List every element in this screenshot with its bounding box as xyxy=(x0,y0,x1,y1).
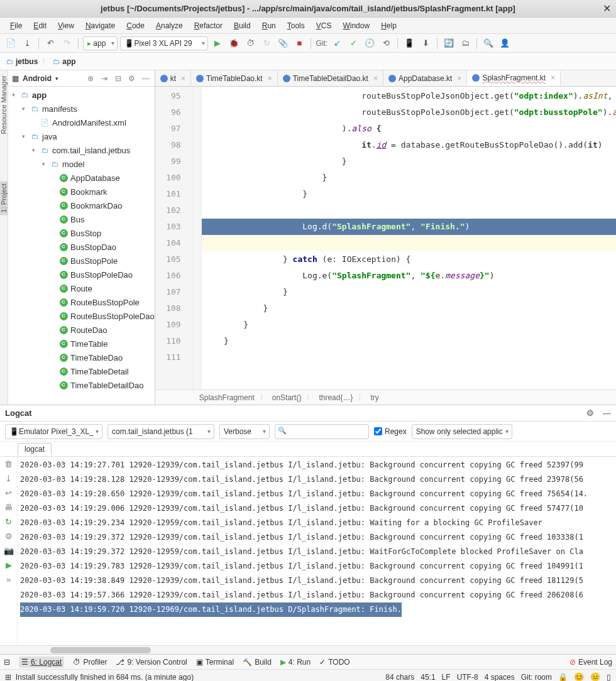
editor-tab[interactable]: TimeTableDetailDao.kt× xyxy=(278,70,383,87)
tab-event-log[interactable]: ⊘ Event Log xyxy=(569,658,612,667)
regex-checkbox[interactable]: Regex xyxy=(374,427,407,436)
status-branch[interactable]: Git: room xyxy=(521,673,552,682)
sdk-icon[interactable]: ⬇ xyxy=(419,36,432,50)
vcs-update-icon[interactable]: ↙ xyxy=(330,36,344,50)
status-indent[interactable]: 4 spaces xyxy=(485,673,515,682)
tree-row[interactable]: 📄AndroidManifest.xml xyxy=(8,116,155,129)
soft-wrap-icon[interactable]: ↩ xyxy=(5,488,12,498)
editor-tab[interactable]: AppDatabase.kt× xyxy=(383,70,467,87)
tab-logcat[interactable]: ☰ 6: Logcat xyxy=(19,656,64,668)
tab-vcs[interactable]: ⎇ 9: Version Control xyxy=(116,658,187,667)
menu-help[interactable]: Help xyxy=(376,20,402,31)
scroll-end-icon[interactable]: ⤓ xyxy=(5,474,12,483)
collapse-icon[interactable]: ⊟ xyxy=(4,658,10,667)
module-selector[interactable]: ▸ app xyxy=(83,36,118,50)
expand-icon[interactable]: ⇥ xyxy=(99,74,109,84)
tree-row[interactable]: RouteDao xyxy=(8,323,155,337)
gear-icon[interactable]: ⚙ xyxy=(127,74,137,84)
lock-icon[interactable]: 🔒 xyxy=(558,673,568,682)
profile-icon[interactable]: ⏱ xyxy=(243,36,257,50)
status-le[interactable]: LF xyxy=(442,673,451,682)
print-icon[interactable]: 🖶 xyxy=(4,503,13,512)
undo-icon[interactable]: ↶ xyxy=(43,36,57,50)
avd-icon[interactable]: 📱 xyxy=(402,36,416,50)
rail-resource-manager[interactable]: Resource Manager xyxy=(0,73,8,137)
vcs-history-icon[interactable]: 🕘 xyxy=(363,36,377,50)
screenshot-icon[interactable]: 📷 xyxy=(4,546,14,555)
tree-row[interactable]: Route xyxy=(8,281,155,295)
tab-profiler[interactable]: ⏱ Profiler xyxy=(73,658,107,667)
filter-select[interactable]: Show only selected applic xyxy=(412,424,512,439)
tree-row[interactable]: RouteBusStopPoleDao xyxy=(8,309,155,323)
tree-row[interactable]: ▾🗀model xyxy=(8,157,155,171)
tree-row[interactable]: ▾🗀java xyxy=(8,129,155,143)
menu-view[interactable]: View xyxy=(53,20,79,31)
editor-tab[interactable]: TimeTableDao.kt× xyxy=(191,70,278,87)
menu-vcs[interactable]: VCS xyxy=(311,20,337,31)
log-output[interactable]: 2020-03-03 14:19:27.701 12920-12939/com.… xyxy=(18,457,616,645)
menu-build[interactable]: Build xyxy=(229,20,256,31)
restart-icon[interactable]: ↻ xyxy=(5,517,12,526)
settings-icon[interactable]: ⚙ xyxy=(5,531,13,541)
tree-row[interactable]: TimeTableDetail xyxy=(8,364,155,378)
tree-row[interactable]: TimeTable xyxy=(8,337,155,351)
meter-icon[interactable]: ▯ xyxy=(607,673,611,682)
open-icon[interactable]: 📄 xyxy=(4,36,18,50)
process-select[interactable]: com.tail_island.jetbus (1 xyxy=(107,424,214,439)
vcs-commit-icon[interactable]: ✓ xyxy=(346,36,360,50)
menu-refactor[interactable]: Refactor xyxy=(189,20,228,31)
menu-edit[interactable]: Edit xyxy=(28,20,52,31)
debug-icon[interactable]: 🐞 xyxy=(227,36,241,50)
logcat-settings-icon[interactable]: ⚙ xyxy=(586,408,594,418)
vcs-revert-icon[interactable]: ⟲ xyxy=(379,36,393,50)
user-icon[interactable]: 👤 xyxy=(498,36,512,50)
tree-row[interactable]: ▾🗀app xyxy=(8,88,155,102)
log-scrollbar[interactable] xyxy=(0,645,616,654)
editor-tab[interactable]: kt× xyxy=(155,70,191,87)
trash-icon[interactable]: 🗑 xyxy=(4,459,13,469)
menu-tools[interactable]: Tools xyxy=(282,20,310,31)
close-icon[interactable]: ✕ xyxy=(603,3,611,14)
code-area[interactable]: routeBusStopPoleJsonObject.get("odpt:ind… xyxy=(202,87,616,390)
run-log-icon[interactable]: ▶ xyxy=(6,560,12,570)
nav-root[interactable]: 🗀 jetbus xyxy=(4,57,40,67)
tab-terminal[interactable]: ▣ Terminal xyxy=(196,658,234,667)
save-icon[interactable]: ⤓ xyxy=(20,36,34,50)
project-view-label[interactable]: Android xyxy=(23,74,52,83)
hide-icon[interactable]: — xyxy=(141,74,151,84)
tree-row[interactable]: ▾🗀com.tail_island.jetbus xyxy=(8,143,155,157)
logcat-hide-icon[interactable]: — xyxy=(603,408,611,418)
level-select[interactable]: Verbose xyxy=(219,424,270,439)
tab-run[interactable]: ▶ 4: Run xyxy=(280,658,311,667)
emoji-happy-icon[interactable]: 😊 xyxy=(574,672,584,681)
breadcrumb-item[interactable]: onStart() xyxy=(272,393,302,402)
rail-project[interactable]: 1: Project xyxy=(0,181,8,215)
tree-row[interactable]: ▾🗀manifests xyxy=(8,102,155,116)
stop-icon[interactable]: ■ xyxy=(292,36,306,50)
tree-row[interactable]: BookmarkDao xyxy=(8,199,155,212)
menu-navigate[interactable]: Navigate xyxy=(80,20,120,31)
tree-row[interactable]: BusStopDao xyxy=(8,240,155,254)
breadcrumb-item[interactable]: thread{…} xyxy=(319,393,353,402)
editor-tab[interactable]: SplashFragment.kt× xyxy=(467,70,561,87)
tab-build[interactable]: 🔨 Build xyxy=(243,658,272,667)
search-icon[interactable]: 🔍 xyxy=(481,36,495,50)
emoji-neutral-icon[interactable]: 😐 xyxy=(590,672,600,681)
more-icon[interactable]: » xyxy=(6,575,11,584)
sync-icon[interactable]: 🔄 xyxy=(442,36,456,50)
device-select[interactable]: 📱 Emulator Pixel_3_XL_ xyxy=(5,424,102,439)
menu-code[interactable]: Code xyxy=(121,20,150,31)
device-selector[interactable]: 📱 Pixel 3 XL API 29 xyxy=(120,36,208,50)
run-icon[interactable]: ▶ xyxy=(211,36,224,50)
status-enc[interactable]: UTF-8 xyxy=(457,673,478,682)
tree-row[interactable]: Bus xyxy=(8,212,155,226)
logcat-tab[interactable]: logcat xyxy=(18,443,52,455)
tree-row[interactable]: TimeTableDao xyxy=(8,351,155,364)
nav-app[interactable]: 🗀 app xyxy=(50,57,78,67)
menu-run[interactable]: Run xyxy=(257,20,281,31)
menu-file[interactable]: File xyxy=(5,20,27,31)
tree-row[interactable]: TimeTableDetailDao xyxy=(8,378,155,392)
menu-window[interactable]: Window xyxy=(338,20,375,31)
collapse-icon[interactable]: ⊟ xyxy=(113,74,123,84)
tree-row[interactable]: Bookmark xyxy=(8,185,155,199)
